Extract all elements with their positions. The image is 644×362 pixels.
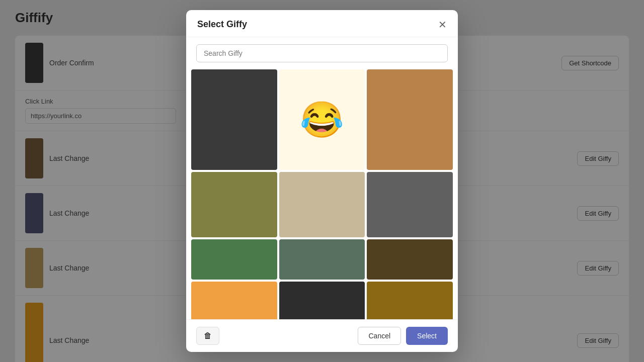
gif-item-4[interactable] bbox=[367, 282, 453, 319]
gif-item-2[interactable] bbox=[279, 172, 365, 237]
gif-item-emoji[interactable]: 😂 bbox=[279, 69, 365, 170]
cancel-button[interactable]: Cancel bbox=[358, 327, 401, 345]
search-giffy-input[interactable] bbox=[196, 44, 448, 62]
gif-grid: 😂 DEBBIEDOWNER bbox=[186, 69, 458, 319]
modal-title: Select Giffy bbox=[197, 19, 247, 30]
select-giffy-modal: Select Giffy ✕ 😂 DEBBIEDO bbox=[186, 10, 458, 352]
footer-actions: Cancel Select bbox=[358, 327, 448, 345]
gif-item-dog[interactable] bbox=[367, 69, 453, 170]
modal-search-area bbox=[186, 37, 458, 69]
modal-overlay: Select Giffy ✕ 😂 DEBBIEDO bbox=[0, 0, 644, 362]
modal-close-button[interactable]: ✕ bbox=[438, 20, 447, 30]
gif-item-20[interactable] bbox=[279, 239, 365, 280]
modal-footer: 🗑 Cancel Select bbox=[186, 319, 458, 352]
gif-item-10[interactable] bbox=[367, 172, 453, 237]
gif-item-1[interactable] bbox=[191, 69, 277, 170]
gif-item-3[interactable] bbox=[279, 282, 365, 319]
gif-item-11[interactable] bbox=[191, 239, 277, 280]
gif-item-26[interactable] bbox=[191, 282, 277, 319]
gif-item-22[interactable] bbox=[367, 239, 453, 280]
delete-button[interactable]: 🗑 bbox=[196, 327, 219, 345]
modal-header: Select Giffy ✕ bbox=[186, 10, 458, 37]
select-button[interactable]: Select bbox=[406, 327, 448, 345]
gif-item-15[interactable] bbox=[191, 172, 277, 237]
